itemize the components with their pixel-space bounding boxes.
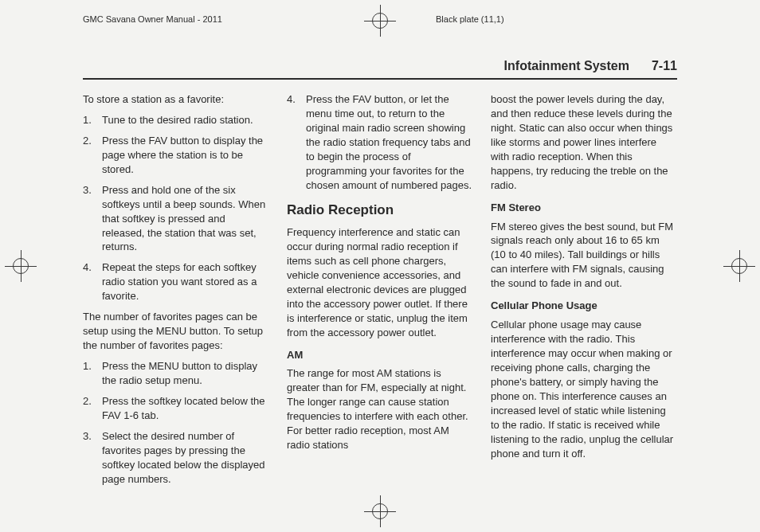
manual-title: GMC Savana Owner Manual - 2011 [83, 14, 222, 24]
crop-mark-bottom-icon [364, 495, 396, 527]
list-item: Select the desired number of favorites p… [83, 429, 269, 487]
column-1: To store a station as a favorite: Tune t… [83, 92, 269, 493]
favorites-pages-steps-cont: Press the FAV button, or let the menu ti… [287, 92, 473, 193]
heading-radio-reception: Radio Reception [287, 201, 473, 219]
column-2: Press the FAV button, or let the menu ti… [287, 92, 473, 493]
list-item: Press the FAV button, or let the menu ti… [287, 92, 473, 193]
section-page-number: 7-11 [652, 59, 677, 73]
heading-am: AM [287, 348, 473, 362]
section-header: Infotainment System 7-11 [83, 59, 677, 80]
favorites-pages-intro: The number of favorites pages can be set… [83, 310, 269, 353]
list-item: Repeat the steps for each softkey radio … [83, 260, 269, 303]
column-3: boost the power levels during the day, a… [491, 92, 677, 493]
heading-cellular: Cellular Phone Usage [491, 299, 677, 313]
cellular-body: Cellular phone usage may cause interfere… [491, 318, 677, 460]
list-item: Tune to the desired radio station. [83, 113, 269, 127]
content-frame: Infotainment System 7-11 To store a stat… [83, 59, 677, 484]
list-item: Press the MENU button to display the rad… [83, 359, 269, 388]
crop-mark-left-icon [5, 250, 37, 282]
crop-mark-right-icon [723, 250, 755, 282]
list-item: Press and hold one of the six softkeys u… [83, 183, 269, 255]
plate-label: Black plate (11,1) [436, 14, 504, 24]
page: GMC Savana Owner Manual - 2011 Black pla… [0, 0, 760, 532]
fm-body: FM stereo gives the best sound, but FM s… [491, 220, 677, 291]
list-item: Press the FAV button to display the page… [83, 134, 269, 177]
store-favorite-steps: Tune to the desired radio station. Press… [83, 113, 269, 303]
am-body: The range for most AM stations is greate… [287, 366, 473, 452]
print-header: GMC Savana Owner Manual - 2011 Black pla… [83, 14, 677, 24]
section-title: Infotainment System [504, 59, 629, 73]
store-favorite-intro: To store a station as a favorite: [83, 92, 269, 107]
am-body-cont: boost the power levels during the day, a… [491, 92, 677, 193]
favorites-pages-steps: Press the MENU button to display the rad… [83, 359, 269, 487]
radio-reception-body: Frequency interference and static can oc… [287, 225, 473, 340]
list-item: Press the softkey located below the FAV … [83, 394, 269, 423]
heading-fm-stereo: FM Stereo [491, 201, 677, 215]
columns: To store a station as a favorite: Tune t… [83, 92, 677, 493]
